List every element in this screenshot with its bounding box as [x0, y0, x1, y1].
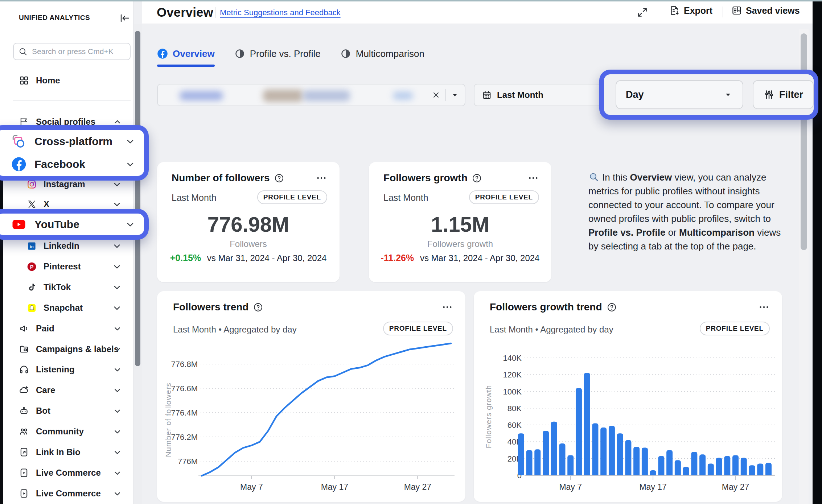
- card-menu-icon[interactable]: [441, 301, 453, 313]
- window-top-edge: [0, 0, 822, 1]
- bar-day-24: [708, 464, 714, 475]
- svg-text:May 7: May 7: [240, 482, 263, 492]
- sidebar-item-live-commerce[interactable]: Live Commerce: [0, 485, 133, 502]
- bar-day-26: [724, 456, 730, 475]
- folder-tag-icon: [19, 344, 29, 354]
- sidebar-divider: [13, 100, 131, 101]
- sidebar-item-label: Pinterest: [44, 261, 81, 272]
- sidebar-item-paid[interactable]: Paid: [0, 320, 133, 337]
- card-menu-icon[interactable]: [527, 172, 539, 184]
- chevron-down-icon: [113, 324, 122, 333]
- bar-day-28: [741, 458, 747, 475]
- sidebar-scrollbar-thumb[interactable]: [135, 31, 140, 366]
- pinterest-icon: P: [27, 262, 37, 272]
- content-scrollbar-thumb[interactable]: [801, 33, 807, 250]
- saved-views-button[interactable]: Saved views: [731, 5, 800, 16]
- search-input[interactable]: [31, 47, 122, 56]
- export-icon: [669, 5, 680, 16]
- sidebar-item-live-commerce[interactable]: Live Commerce: [0, 464, 133, 482]
- sidebar-item-linkedin[interactable]: inLinkedIn: [0, 237, 133, 255]
- card-menu-icon[interactable]: [316, 172, 327, 184]
- export-button[interactable]: Export: [669, 5, 712, 16]
- sidebar-item-cross-platform[interactable]: Cross-platform: [0, 130, 144, 153]
- chevron-down-icon: [112, 282, 122, 292]
- svg-text:May 17: May 17: [321, 482, 348, 492]
- bar-day-4: [543, 431, 549, 475]
- blurred-profile-chip: [303, 90, 350, 101]
- chevron-down-icon: [113, 406, 122, 416]
- page-title: Overview: [157, 5, 213, 20]
- saved-views-label: Saved views: [746, 5, 800, 16]
- svg-text:in: in: [30, 244, 33, 249]
- help-icon[interactable]: [607, 302, 617, 312]
- svg-text:120K: 120K: [503, 370, 522, 379]
- metric-suggestions-link[interactable]: Metric Suggestions and Feedback: [220, 8, 341, 17]
- followers-growth-trend-card: 020K40K60K80K100K120K140KMay 7May 17May …: [474, 291, 782, 502]
- tab-multicomparison[interactable]: Multicomparison: [340, 41, 424, 67]
- close-icon[interactable]: [431, 90, 441, 100]
- profile-level-badge: PROFILE LEVEL: [469, 190, 539, 204]
- cross-platform-icon: [11, 134, 26, 149]
- tab-overview[interactable]: Overview: [157, 41, 215, 67]
- svg-text:776.6M: 776.6M: [171, 384, 198, 393]
- granularity-dropdown[interactable]: Day: [616, 80, 743, 109]
- sidebar-item-home[interactable]: Home: [0, 72, 133, 89]
- chart-title: Followers trend: [173, 301, 248, 313]
- svg-text:P: P: [30, 264, 34, 270]
- growth-value-label: Followers growth: [369, 239, 551, 249]
- svg-text:80K: 80K: [507, 404, 522, 413]
- svg-text:100K: 100K: [503, 387, 522, 396]
- bar-day-9: [584, 373, 590, 475]
- chevron-down-icon: [113, 468, 122, 478]
- bar-day-3: [534, 449, 541, 475]
- date-range-button[interactable]: Last Month: [474, 84, 602, 106]
- sidebar-item-bot[interactable]: Bot: [0, 402, 133, 420]
- compare-range: vs Mar 31, 2024 - Apr 30, 2024: [420, 253, 540, 263]
- followers-value-label: Followers: [157, 239, 340, 249]
- help-icon[interactable]: [253, 302, 263, 312]
- chart-subtitle: Last Month • Aggregated by day: [490, 325, 613, 335]
- tab-label: Overview: [173, 48, 215, 59]
- search-box[interactable]: [13, 43, 131, 60]
- calendar-icon: [482, 90, 492, 100]
- filter-button[interactable]: Filter: [753, 80, 814, 109]
- card-title: Followers growth: [383, 172, 468, 184]
- sidebar-item-snapchat[interactable]: Snapchat: [0, 299, 133, 317]
- sidebar-item-youtube[interactable]: YouTube: [0, 214, 144, 235]
- sidebar-item-link-in-bio[interactable]: Link In Bio: [0, 443, 133, 461]
- help-icon[interactable]: [274, 173, 284, 183]
- delta-value: -11.26%: [381, 253, 414, 263]
- card-title: Number of followers: [172, 172, 270, 184]
- svg-text:Followers growth: Followers growth: [484, 385, 493, 449]
- card-menu-icon[interactable]: [758, 301, 770, 313]
- compare-range: vs Mar 31, 2024 - Apr 30, 2024: [207, 253, 327, 263]
- sidebar-item-label: LinkedIn: [44, 241, 79, 251]
- chevron-down-icon: [125, 159, 135, 169]
- bar-day-13: [617, 433, 623, 475]
- facebook-icon: [11, 157, 26, 172]
- followers-trend-card: 776M776.2M776.4M776.6M776.8MMay 7May 17M…: [157, 291, 465, 502]
- collapse-sidebar-icon[interactable]: [119, 12, 131, 24]
- phone-play-icon: [19, 488, 29, 499]
- sidebar-item-community[interactable]: Community: [0, 423, 133, 440]
- sidebar-item-tiktok[interactable]: TikTok: [0, 278, 133, 296]
- profile-selector[interactable]: [157, 84, 465, 106]
- profile-level-badge: PROFILE LEVEL: [257, 190, 327, 204]
- search-icon: [18, 47, 28, 56]
- sidebar-item-listening[interactable]: Listening: [0, 361, 133, 378]
- sidebar-item-facebook[interactable]: Facebook: [0, 153, 144, 175]
- sidebar-item-label: Bot: [36, 406, 50, 416]
- svg-text:776.8M: 776.8M: [171, 360, 198, 369]
- sidebar-item-care[interactable]: Care: [0, 381, 133, 399]
- chevron-down-icon[interactable]: [450, 90, 460, 100]
- sidebar-item-label: Link In Bio: [36, 447, 81, 457]
- svg-text:776M: 776M: [178, 457, 198, 466]
- sidebar-item-campaigns-labels[interactable]: Campaigns & labels: [0, 340, 133, 358]
- help-icon[interactable]: [472, 173, 482, 183]
- sidebar-item-label: TikTok: [44, 282, 71, 292]
- sidebar-item-pinterest[interactable]: PPinterest: [0, 258, 133, 275]
- tab-profile-vs-profile[interactable]: Profile vs. Profile: [234, 41, 321, 67]
- expand-icon[interactable]: [637, 7, 648, 18]
- info-note-text: Multicomparison: [679, 227, 755, 238]
- card-period: Last Month: [383, 193, 428, 203]
